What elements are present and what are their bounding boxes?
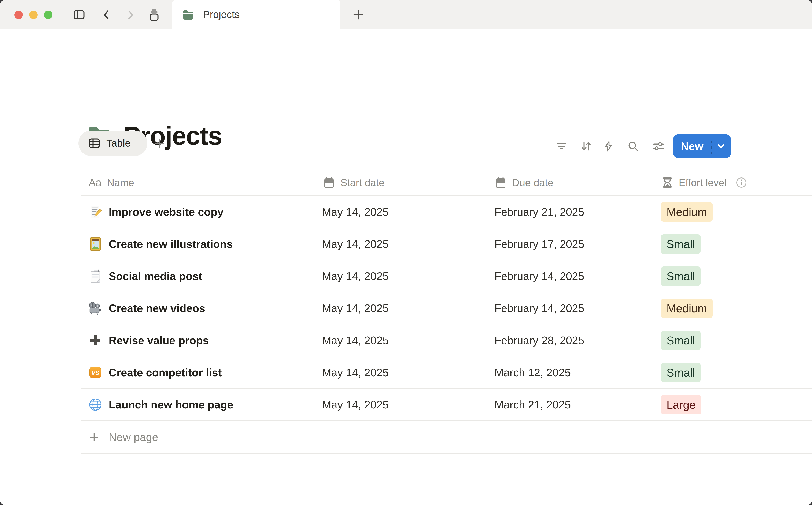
search-icon[interactable] — [627, 140, 639, 152]
effort-tag[interactable]: Small — [661, 234, 701, 254]
automation-lightning-icon[interactable] — [602, 140, 614, 152]
svg-text:VS: VS — [91, 369, 99, 376]
close-window-button[interactable] — [14, 11, 23, 19]
new-button-divider — [711, 138, 711, 154]
chevron-down-icon[interactable] — [716, 142, 725, 151]
spiral-notepad-emoji-icon — [89, 270, 102, 283]
table-row: Create new illustrations May 14, 2025 Fe… — [82, 228, 812, 260]
effort-tag[interactable]: Large — [661, 395, 701, 414]
table-row: Create new videos May 14, 2025 February … — [82, 292, 812, 324]
due-date-cell[interactable]: February 14, 2025 — [495, 260, 584, 292]
column-header-start-date[interactable]: Start date — [323, 170, 384, 195]
info-icon[interactable] — [736, 177, 747, 188]
history-icon[interactable] — [148, 9, 160, 21]
column-header-name[interactable]: Aa Name — [89, 170, 134, 195]
table-row: Improve website copy May 14, 2025 Februa… — [82, 196, 812, 228]
start-date-cell[interactable]: May 14, 2025 — [322, 260, 389, 292]
sidebar-toggle-icon[interactable] — [73, 9, 85, 21]
vs-button-emoji-icon: VS — [89, 366, 102, 379]
due-date-cell[interactable]: March 12, 2025 — [495, 356, 571, 388]
new-button-label: New — [673, 140, 711, 153]
due-date-cell[interactable]: February 17, 2025 — [495, 228, 584, 260]
start-date-cell[interactable]: May 14, 2025 — [322, 228, 389, 260]
plus-icon — [89, 432, 99, 442]
film-projector-emoji-icon — [89, 302, 102, 315]
tab-projects[interactable]: Projects — [172, 0, 341, 30]
page-name-link[interactable]: Create new videos — [109, 292, 205, 324]
column-header-effort-level[interactable]: Effort level — [661, 170, 747, 195]
table-view-icon — [89, 137, 100, 149]
page-content: Projects Table New — [0, 30, 812, 505]
page-name-link[interactable]: Create new illustrations — [109, 228, 233, 260]
effort-tag[interactable]: Small — [661, 363, 701, 382]
view-tab-table[interactable]: Table — [79, 131, 147, 156]
page-name-link[interactable]: Launch new home page — [109, 388, 233, 421]
new-button[interactable]: New — [673, 134, 731, 158]
due-date-cell[interactable]: March 21, 2025 — [495, 388, 571, 421]
effort-tag[interactable]: Medium — [661, 299, 713, 318]
back-icon[interactable] — [101, 9, 113, 21]
start-date-cell[interactable]: May 14, 2025 — [322, 196, 389, 228]
table-header-row: Aa Name Start date Due date — [82, 170, 812, 195]
hourglass-icon — [661, 177, 673, 188]
new-page-label: New page — [109, 421, 158, 454]
tab-bar: Projects — [0, 0, 812, 29]
memo-emoji-icon — [89, 205, 102, 219]
table-body: Improve website copy May 14, 2025 Februa… — [82, 195, 812, 421]
app-window: Projects Projects Table — [0, 0, 812, 505]
column-label: Start date — [341, 177, 384, 188]
add-view-icon[interactable] — [154, 138, 165, 149]
filter-icon[interactable] — [555, 140, 567, 152]
zoom-window-button[interactable] — [44, 11, 52, 19]
view-settings-sliders-icon[interactable] — [653, 140, 664, 152]
start-date-cell[interactable]: May 14, 2025 — [322, 356, 389, 388]
effort-tag[interactable]: Small — [661, 331, 701, 350]
projects-table: Aa Name Start date Due date — [82, 170, 812, 454]
calendar-icon — [323, 177, 335, 188]
page-name-link[interactable]: Revise value props — [109, 324, 209, 356]
table-row: Revise value props May 14, 2025 February… — [82, 324, 812, 356]
due-date-cell[interactable]: February 14, 2025 — [495, 292, 584, 324]
column-label: Due date — [512, 177, 553, 188]
column-label: Effort level — [679, 177, 726, 188]
view-tab-label: Table — [106, 131, 131, 156]
page-name-link[interactable]: Improve website copy — [109, 196, 224, 228]
table-row: Social media post May 14, 2025 February … — [82, 260, 812, 292]
heavy-plus-emoji-icon — [89, 334, 102, 347]
table-row: Launch new home page May 14, 2025 March … — [82, 388, 812, 421]
column-label: Name — [107, 177, 134, 188]
effort-tag[interactable]: Small — [661, 267, 701, 286]
tab-title: Projects — [203, 0, 240, 29]
new-tab-icon[interactable] — [352, 9, 364, 21]
text-Aa-icon: Aa — [89, 176, 102, 189]
folder-icon — [182, 9, 194, 21]
minimize-window-button[interactable] — [29, 11, 38, 19]
table-row: VS Create competitor list May 14, 2025 M… — [82, 356, 812, 388]
start-date-cell[interactable]: May 14, 2025 — [322, 292, 389, 324]
due-date-cell[interactable]: February 21, 2025 — [495, 196, 584, 228]
start-date-cell[interactable]: May 14, 2025 — [322, 324, 389, 356]
start-date-cell[interactable]: May 14, 2025 — [322, 388, 389, 421]
forward-icon[interactable] — [124, 9, 136, 21]
calendar-icon — [495, 177, 507, 188]
due-date-cell[interactable]: February 28, 2025 — [495, 324, 584, 356]
effort-tag[interactable]: Medium — [661, 202, 713, 222]
globe-emoji-icon — [89, 398, 102, 411]
framed-picture-emoji-icon — [89, 237, 102, 251]
sort-icon[interactable] — [580, 140, 592, 152]
new-page-row[interactable]: New page — [82, 421, 812, 454]
page-name-link[interactable]: Create competitor list — [109, 356, 222, 388]
page-name-link[interactable]: Social media post — [109, 260, 202, 292]
column-header-due-date[interactable]: Due date — [495, 170, 553, 195]
